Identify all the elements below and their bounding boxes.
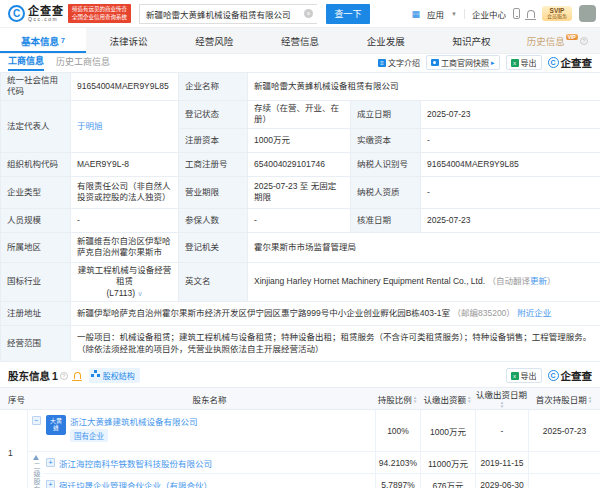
brand-block[interactable]: 企查查 Qcc.com — [28, 6, 64, 22]
table-row: − 大黄 蜂 浙江大黄蜂建筑机械设备有限公司 国有企业 100% — [28, 410, 600, 452]
col-shareholder-name: 股东名称 — [44, 393, 375, 405]
taxpayer-id-label: 纳税人识别号 — [351, 152, 421, 176]
member-center-link[interactable]: 企业中心 — [472, 8, 506, 20]
sort-icon[interactable]: ▲▼ — [413, 396, 417, 405]
reg-authority-value: 霍尔果斯市市场监督管理局 — [248, 232, 600, 262]
company-name-label: 企业名称 — [179, 73, 248, 101]
company-name-value: 新疆哈雷大黄蜂机械设备租赁有限公司 — [248, 73, 600, 101]
legal-rep-link[interactable]: 于明旭 — [77, 121, 103, 131]
divider — [464, 9, 465, 19]
qcc-logo-text: 企查查 — [561, 55, 593, 70]
search-button[interactable]: 查一下 — [326, 4, 370, 24]
business-term-label: 营业期限 — [179, 176, 248, 208]
info-circle-icon: ? — [60, 372, 68, 380]
sort-icon[interactable]: ▲▼ — [500, 401, 504, 410]
table-row: + 宿迁均晟企业管理合伙企业（有限合伙） 5.7897% 676万元 2029-… — [44, 474, 600, 488]
industry-code: (L7113) — [106, 288, 135, 298]
address-text: 新疆伊犁哈萨克自治州霍尔果斯市经济开发区伊宁园区惠宁路999号中小企业创业孵化园… — [77, 308, 450, 318]
excel-icon: x — [511, 59, 519, 67]
collapse-icon[interactable]: − — [32, 416, 41, 425]
export-label: 导出 — [521, 370, 537, 381]
shareholder-link[interactable]: 浙江海控南科华铁数智科技股份有限公司 — [59, 457, 212, 469]
legal-rep-label: 法定代表人 — [1, 100, 71, 152]
user-avatar[interactable] — [579, 5, 596, 22]
col-first-date[interactable]: 首次持股日期▲▼ — [528, 393, 600, 405]
industry-name: 建筑工程机械与设备经营租赁 — [78, 265, 172, 286]
state-owned-badge: 国有企业 — [70, 429, 108, 442]
qcc-logo-icon[interactable]: C — [8, 5, 25, 22]
apps-grid-icon[interactable]: ▦ — [411, 9, 420, 19]
logo-line2: 蜂 — [53, 425, 59, 432]
export-button[interactable]: x 导出 — [506, 55, 542, 70]
tab-development[interactable]: 企业发展 — [343, 28, 429, 53]
equity-structure-button[interactable]: 股权结构 — [89, 368, 140, 383]
notification-bell-icon[interactable] — [527, 10, 535, 18]
paid-capital-value: - — [421, 128, 600, 152]
subnav-business-info[interactable]: 工商信息 — [8, 54, 44, 71]
shareholder-link[interactable]: 浙江大黄蜂建筑机械设备有限公司 — [70, 417, 198, 427]
tab-operating-info[interactable]: 经营信息 — [257, 28, 343, 53]
sort-icon[interactable]: ▲▼ — [467, 396, 471, 405]
establish-date-value: 2025-07-23 — [421, 100, 600, 128]
col-amount[interactable]: 认缴出资额▲▼ — [420, 393, 475, 405]
first-date-value — [528, 474, 600, 488]
tab-operating-risk[interactable]: 经营风险 — [171, 28, 257, 53]
tab-history-info[interactable]: 历史信息 VIP ? — [514, 28, 600, 53]
paid-capital-label: 实缴资本 — [351, 128, 421, 152]
expand-icon[interactable]: + — [46, 458, 55, 467]
apps-link[interactable]: 应用 — [427, 8, 444, 20]
brand-name: 企查查 — [28, 6, 64, 17]
nearby-companies-link[interactable]: 附近企业 — [517, 308, 551, 318]
shareholders-table-header: 序号 股东名称 持股比例▲▼ 认缴出资额▲▼ 认缴出资日期▲▼ 首次持股日期▲▼ — [0, 388, 600, 410]
amount-value: 1000万元 — [420, 410, 475, 451]
english-name-value: Xinjiang Harley Hornet Machinery Equipme… — [248, 262, 600, 301]
col-ratio-label: 持股比例 — [378, 395, 412, 405]
mobile-icon[interactable] — [513, 8, 520, 19]
tab-lawsuit[interactable]: 法律诉讼 — [86, 28, 172, 53]
credit-code-value: 91654004MAER9Y9L85 — [71, 73, 179, 101]
staff-size-label: 人员规模 — [1, 208, 71, 232]
svip-badge[interactable]: SVIP 会员服务 — [542, 6, 572, 21]
region-label: 所属地区 — [1, 232, 71, 262]
company-type-value: 有限责任公司（非自然人投资或控股的法人独资） — [71, 176, 179, 208]
arrow-right-icon: ▸ — [491, 59, 495, 67]
ratio-value: 94.2103% — [375, 452, 420, 473]
company-type-label: 企业类型 — [1, 176, 71, 208]
update-translation-link[interactable]: 更新 — [530, 276, 547, 286]
export-button[interactable]: x 导出 — [506, 368, 542, 383]
shareholder-logo: 大黄 蜂 — [46, 415, 66, 435]
chevron-down-icon: ▼ — [451, 11, 457, 17]
scope-label: 经营范围 — [1, 326, 71, 362]
org-chart-icon — [94, 370, 97, 373]
tab-ip-label: 知识产权 — [452, 34, 490, 48]
tab-basic-label: 基本信息 — [21, 34, 59, 48]
chevron-down-icon[interactable]: ∨ — [137, 290, 142, 297]
monitor-bell-icon[interactable] — [74, 372, 81, 379]
shareholder-name-cell: + 浙江海控南科华铁数智科技股份有限公司 — [44, 452, 375, 473]
sort-icon[interactable]: ▲▼ — [588, 396, 592, 405]
auto-translate-note: （自动翻译 — [487, 276, 530, 286]
text-intro-button[interactable]: ≡ 文字介绍 — [378, 57, 420, 68]
col-sub-date[interactable]: 认缴出资日期▲▼ — [475, 388, 528, 410]
collapse-triangle-icon[interactable] — [33, 455, 39, 460]
shareholder-link[interactable]: 宿迁均晟企业管理合伙企业（有限合伙） — [59, 479, 212, 488]
sub-date-value: 2019-11-15 — [475, 452, 528, 473]
industry-label: 国标行业 — [1, 262, 71, 301]
tab-basic-info[interactable]: 基本信息 7 — [0, 28, 86, 53]
top-bar: C 企查查 Qcc.com 缔造有远见的商业传奇 全国企业信用查询系统 × 查一… — [0, 0, 600, 28]
second-level-block: 二级股东 + 浙江海控南科华铁数智科技股份有限公司 94.2103% 11000… — [28, 452, 600, 488]
col-ratio[interactable]: 持股比例▲▼ — [375, 393, 420, 405]
legal-rep-value: 于明旭 — [71, 100, 179, 152]
slogan-line1: 缔造有远见的商业传奇 — [72, 6, 127, 13]
subnav-history-business-info[interactable]: 历史工商信息 — [56, 55, 110, 70]
tab-ip[interactable]: 知识产权 — [429, 28, 515, 53]
official-snapshot-button[interactable]: 工商官网快照 ▸ — [426, 55, 500, 70]
insured-count-label: 参保人数 — [179, 208, 248, 232]
search-area: × 查一下 — [139, 4, 370, 24]
clear-icon[interactable]: × — [304, 9, 313, 18]
search-input[interactable] — [139, 4, 317, 24]
expand-icon[interactable]: + — [46, 480, 55, 488]
ratio-value: 5.7897% — [375, 474, 420, 488]
shareholders-title: 股东信息 — [8, 368, 50, 383]
business-term-value: 2025-07-23 至 无固定期限 — [248, 176, 351, 208]
